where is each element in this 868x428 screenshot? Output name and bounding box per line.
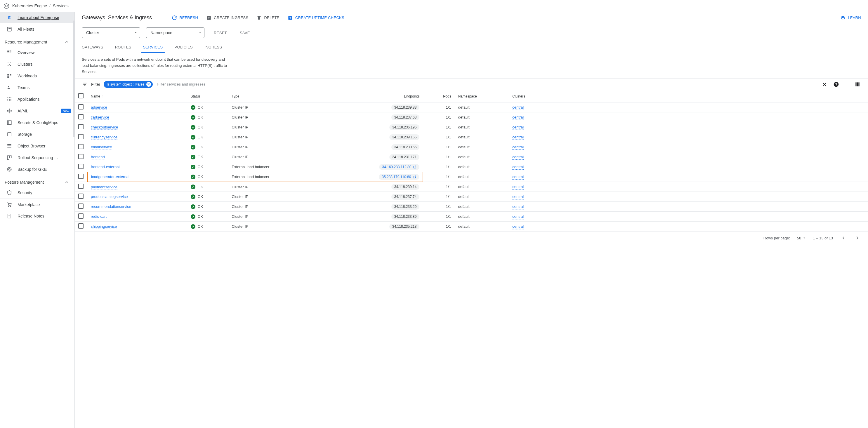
sidebar-item-security[interactable]: Security bbox=[0, 187, 74, 199]
col-endpoints[interactable]: Endpoints bbox=[323, 90, 423, 102]
cluster-link[interactable]: central bbox=[512, 135, 524, 139]
service-link[interactable]: frontend-external bbox=[91, 165, 120, 169]
service-link[interactable]: recommendationservice bbox=[91, 204, 131, 209]
col-status[interactable]: Status bbox=[187, 90, 228, 102]
row-checkbox[interactable] bbox=[78, 184, 84, 189]
create-ingress-button[interactable]: CREATE INGRESS bbox=[206, 15, 248, 21]
sidebar-item-marketplace[interactable]: Marketplace bbox=[0, 199, 74, 210]
sidebar-item-label: Release Notes bbox=[18, 214, 71, 219]
service-link[interactable]: checkoutservice bbox=[91, 125, 118, 130]
col-clusters[interactable]: Clusters bbox=[509, 90, 551, 102]
cluster-link[interactable]: central bbox=[512, 115, 524, 120]
service-link[interactable]: redis-cart bbox=[91, 214, 106, 219]
row-checkbox[interactable] bbox=[78, 194, 84, 199]
row-checkbox[interactable] bbox=[78, 154, 84, 159]
columns-icon[interactable] bbox=[854, 81, 861, 88]
cluster-link[interactable]: central bbox=[512, 155, 524, 159]
service-link[interactable]: loadgenerator-external bbox=[91, 174, 129, 179]
tab-policies[interactable]: POLICIES bbox=[175, 41, 193, 53]
row-checkbox[interactable] bbox=[78, 144, 84, 149]
delete-button[interactable]: DELETE bbox=[256, 15, 279, 21]
row-checkbox[interactable] bbox=[78, 104, 84, 109]
service-link[interactable]: shippingservice bbox=[91, 224, 117, 229]
row-checkbox[interactable] bbox=[78, 213, 84, 219]
chip-remove-icon[interactable]: ✕ bbox=[146, 82, 151, 87]
row-checkbox[interactable] bbox=[78, 203, 84, 209]
endpoint-chip[interactable]: 34.169.233.112:80 bbox=[379, 164, 420, 170]
reset-button[interactable]: RESET bbox=[210, 31, 230, 35]
sidebar-item-fleets[interactable]: All Fleets bbox=[0, 23, 74, 35]
service-link[interactable]: emailservice bbox=[91, 145, 112, 150]
table-row: productcatalogservice OK Cluster IP 34.1… bbox=[75, 192, 868, 202]
save-button[interactable]: SAVE bbox=[236, 31, 253, 35]
help-icon[interactable]: ? bbox=[833, 81, 840, 88]
sidebar-item-secrets[interactable]: Secrets & ConfigMaps bbox=[0, 117, 74, 128]
row-checkbox[interactable] bbox=[78, 164, 84, 169]
sidebar-section-resource-mgmt[interactable]: Resource Management bbox=[0, 35, 74, 47]
cluster-link[interactable]: central bbox=[512, 185, 524, 189]
cluster-link[interactable]: central bbox=[512, 194, 524, 199]
rows-per-page-select[interactable]: 50 bbox=[797, 236, 806, 240]
breadcrumb-app[interactable]: Kubernetes Engine bbox=[12, 3, 47, 8]
prev-page-button[interactable] bbox=[840, 234, 847, 241]
filter-chip[interactable]: Is system object : False ✕ bbox=[104, 81, 152, 88]
sidebar-item-enterprise[interactable]: E Learn about Enterprise bbox=[0, 12, 74, 23]
tab-ingress[interactable]: INGRESS bbox=[205, 41, 222, 53]
sidebar-section-posture-mgmt[interactable]: Posture Management bbox=[0, 175, 74, 187]
sidebar-item-teams[interactable]: Teams bbox=[0, 82, 74, 93]
row-checkbox[interactable] bbox=[78, 124, 84, 129]
col-type[interactable]: Type bbox=[228, 90, 322, 102]
row-checkbox[interactable] bbox=[78, 223, 84, 229]
sidebar-item-rollout[interactable]: Rollout Sequencing … bbox=[0, 152, 74, 164]
svg-point-42 bbox=[8, 206, 9, 206]
col-name[interactable]: Name↑ bbox=[87, 90, 187, 102]
service-link[interactable]: cartservice bbox=[91, 115, 109, 120]
sidebar-item-aiml[interactable]: AI/ML New bbox=[0, 105, 74, 117]
filter-input[interactable] bbox=[156, 80, 817, 88]
service-link[interactable]: currencyservice bbox=[91, 135, 117, 139]
next-page-button[interactable] bbox=[854, 234, 861, 241]
col-pods[interactable]: Pods bbox=[423, 90, 455, 102]
cluster-link[interactable]: central bbox=[512, 125, 524, 129]
refresh-button[interactable]: REFRESH bbox=[172, 15, 198, 21]
cluster-link[interactable]: central bbox=[512, 204, 524, 209]
cluster-link[interactable]: central bbox=[512, 174, 524, 179]
endpoint-chip[interactable]: 35.233.179.110:80 bbox=[379, 174, 419, 180]
status-badge: OK bbox=[191, 155, 225, 159]
cluster-link[interactable]: central bbox=[512, 145, 524, 149]
select-all-checkbox[interactable] bbox=[78, 93, 84, 98]
sidebar-item-release-notes[interactable]: Release Notes bbox=[0, 210, 74, 222]
cluster-link[interactable]: central bbox=[512, 165, 524, 169]
sidebar-item-clusters[interactable]: Clusters bbox=[0, 58, 74, 70]
sidebar-item-overview[interactable]: Overview bbox=[0, 47, 74, 58]
sidebar-item-storage[interactable]: Storage bbox=[0, 128, 74, 140]
type-cell: Cluster IP bbox=[228, 122, 322, 132]
create-uptime-button[interactable]: CREATE UPTIME CHECKS bbox=[288, 15, 344, 21]
tab-services[interactable]: SERVICES bbox=[143, 41, 163, 53]
namespace-cell: default bbox=[455, 202, 509, 212]
clear-filter-button[interactable] bbox=[821, 81, 828, 88]
tab-routes[interactable]: ROUTES bbox=[115, 41, 131, 53]
service-link[interactable]: adservice bbox=[91, 105, 107, 110]
service-link[interactable]: productcatalogservice bbox=[91, 194, 128, 199]
breadcrumb-page[interactable]: Services bbox=[53, 3, 69, 8]
cluster-dropdown[interactable]: Cluster bbox=[82, 27, 140, 38]
tab-gateways[interactable]: GATEWAYS bbox=[82, 41, 103, 53]
row-checkbox[interactable] bbox=[78, 114, 84, 120]
cluster-link[interactable]: central bbox=[512, 214, 524, 219]
sidebar-item-applications[interactable]: Applications bbox=[0, 93, 74, 105]
scrollbar[interactable] bbox=[73, 21, 74, 137]
sidebar-item-workloads[interactable]: Workloads bbox=[0, 70, 74, 82]
namespace-dropdown[interactable]: Namespace bbox=[146, 27, 205, 38]
check-icon bbox=[191, 115, 195, 120]
col-namespace[interactable]: Namespace bbox=[455, 90, 509, 102]
row-checkbox[interactable] bbox=[78, 134, 84, 139]
row-checkbox[interactable] bbox=[78, 174, 84, 179]
cluster-link[interactable]: central bbox=[512, 105, 524, 109]
learn-button[interactable]: LEARN bbox=[840, 15, 861, 21]
cluster-link[interactable]: central bbox=[512, 224, 524, 229]
sidebar-item-object-browser[interactable]: Object Browser bbox=[0, 140, 74, 152]
service-link[interactable]: frontend bbox=[91, 155, 105, 159]
sidebar-item-backup[interactable]: Backup for GKE bbox=[0, 164, 74, 175]
service-link[interactable]: paymentservice bbox=[91, 185, 117, 190]
